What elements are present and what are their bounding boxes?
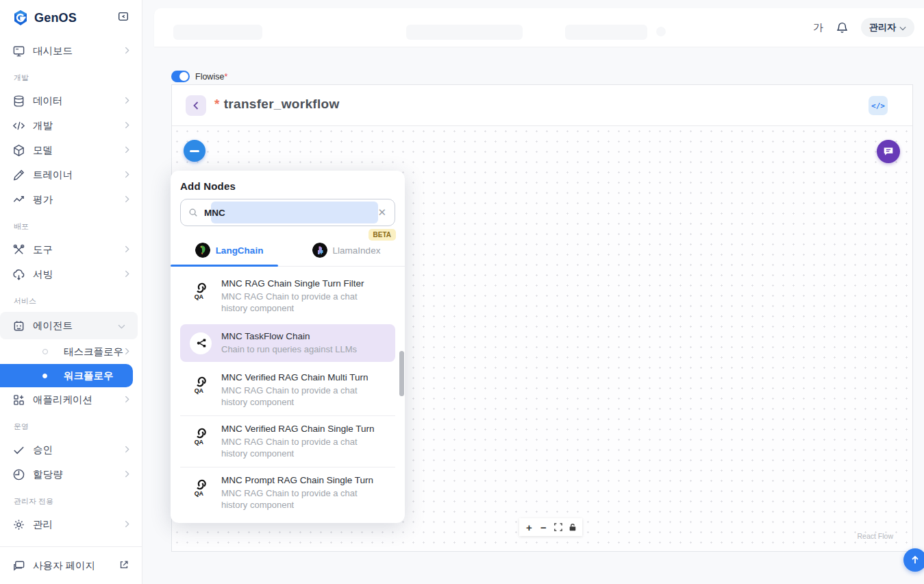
sidebar-item-admin[interactable]: 관리: [0, 512, 142, 537]
node-title: MNC RAG Chain Single Turn Filter: [221, 278, 380, 289]
toggle-knob: [179, 72, 188, 81]
section-label-admin-only: 관리자 전용: [0, 487, 142, 512]
flowise-label: Flowise*: [195, 72, 227, 82]
sidebar-nav: 대시보드 개발 데이터 개발 모델 트레이너: [0, 36, 142, 537]
lock-button[interactable]: [566, 520, 579, 534]
node-list: QA MNC RAG Chain Single Turn Filter MNC …: [171, 267, 405, 518]
node-list-item[interactable]: QA MNC Verified RAG Chain Multi Turn MNC…: [180, 365, 395, 415]
sidebar-item-agent[interactable]: 에이전트: [0, 312, 138, 339]
quota-pie-icon: [12, 468, 25, 481]
top-header: 가 관리자: [154, 8, 924, 47]
qa-chain-icon: QA: [190, 374, 212, 396]
gear-icon: [12, 518, 25, 531]
external-link-icon: [118, 559, 129, 572]
sidebar-item-model[interactable]: 모델: [0, 138, 142, 162]
node-description: MNC RAG Chain to provide a chat history …: [221, 385, 380, 408]
sidebar-item-label: 태스크플로우: [64, 345, 125, 358]
sidebar-item-label: 사용자 페이지: [33, 559, 118, 572]
code-icon: [12, 119, 25, 132]
add-nodes-popup: Add Nodes MNC ✕ LangChain LlamaIndex: [171, 171, 405, 523]
tab-label: LangChain: [216, 245, 264, 256]
monitor-icon: [12, 45, 25, 58]
taskflow-icon: [190, 332, 212, 354]
collapse-nodes-button[interactable]: [184, 140, 205, 162]
svg-text:QA: QA: [195, 490, 204, 497]
sidebar-item-approval[interactable]: 승인: [0, 437, 142, 462]
section-label-dev: 개발: [0, 63, 142, 88]
sidebar-item-dashboard[interactable]: 대시보드: [0, 38, 142, 63]
bullet-icon: [42, 349, 48, 354]
langchain-icon: [195, 243, 210, 258]
node-description: MNC RAG Chain to provide a chat history …: [221, 436, 380, 459]
svg-text:QA: QA: [195, 293, 204, 300]
sidebar-item-evaluation[interactable]: 평가: [0, 187, 142, 212]
chat-bubble-icon: [12, 559, 25, 572]
sidebar: GenOS 대시보드 개발 데이터 개발: [0, 0, 142, 584]
notification-bell-icon[interactable]: [836, 21, 849, 34]
unsaved-asterisk: *: [214, 97, 220, 111]
node-list-item[interactable]: QA MNC RAG Chain Single Turn Filter MNC …: [180, 271, 395, 321]
sidebar-item-tools[interactable]: 도구: [0, 237, 142, 262]
section-label-deploy: 배포: [0, 212, 142, 237]
node-search-field[interactable]: MNC ✕: [180, 199, 395, 226]
section-label-service: 서비스: [0, 287, 142, 312]
chevron-right-icon: [125, 45, 129, 56]
zoom-out-button[interactable]: −: [537, 520, 551, 534]
node-title: MNC TaskFlow Chain: [221, 331, 357, 341]
node-list-item[interactable]: QA MNC Prompt RAG Chain Single Turn MNC …: [180, 467, 395, 518]
clear-search-icon[interactable]: ✕: [377, 206, 386, 219]
node-title: MNC Prompt RAG Chain Single Turn: [221, 475, 380, 485]
fit-view-button[interactable]: [551, 520, 565, 534]
framework-tabs: LangChain LlamaIndex BETA: [171, 234, 405, 267]
reactflow-controls: + −: [519, 518, 582, 536]
node-description: MNC RAG Chain to provide a chat history …: [221, 487, 380, 511]
sidebar-item-label: 관리: [33, 518, 125, 531]
node-list-item[interactable]: QA MNC Verified RAG Chain Single Turn MN…: [180, 415, 395, 467]
zoom-in-button[interactable]: +: [523, 520, 536, 534]
chevron-right-icon: [125, 444, 129, 455]
qa-chain-icon: QA: [190, 476, 212, 498]
popup-scrollbar[interactable]: [399, 351, 404, 396]
node-title: MNC Verified RAG Chain Multi Turn: [221, 372, 380, 382]
search-input-value[interactable]: MNC: [204, 208, 225, 218]
skeleton-placeholder: [173, 25, 262, 40]
svg-text:QA: QA: [195, 439, 204, 446]
scroll-to-top-button[interactable]: [903, 548, 924, 572]
chevron-right-icon: [125, 244, 129, 255]
sidebar-item-develop[interactable]: 개발: [0, 113, 142, 138]
chevron-right-icon: [125, 145, 129, 156]
node-title: MNC Verified RAG Chain Single Turn: [221, 424, 380, 434]
flowise-toggle[interactable]: [171, 71, 190, 82]
sidebar-item-quota[interactable]: 할당량: [0, 462, 142, 487]
sidebar-item-workflow[interactable]: 워크플로우: [0, 364, 133, 387]
robot-icon: [12, 319, 25, 332]
back-button[interactable]: [186, 95, 206, 116]
chevron-right-icon: [125, 394, 129, 405]
sidebar-item-application[interactable]: 애플리케이션: [0, 387, 142, 412]
skeleton-placeholder: [406, 25, 523, 40]
sidebar-collapse-icon[interactable]: [117, 10, 129, 25]
bullet-icon: [42, 374, 47, 378]
sidebar-item-label: 에이전트: [33, 319, 118, 332]
search-icon: [188, 208, 198, 217]
sidebar-item-label: 대시보드: [33, 45, 125, 58]
tools-icon: [12, 243, 25, 256]
topbar-actions: 가 관리자: [813, 8, 914, 47]
sidebar-item-user-page[interactable]: 사용자 페이지: [0, 546, 142, 584]
sidebar-item-serving[interactable]: 서빙: [0, 262, 142, 287]
node-list-item-highlighted[interactable]: MNC TaskFlow Chain Chain to run queries …: [180, 324, 395, 362]
sidebar-item-trainer[interactable]: 트레이너: [0, 162, 142, 187]
section-label-operations: 운영: [0, 412, 142, 437]
tab-langchain[interactable]: LangChain: [171, 234, 288, 266]
sidebar-item-taskflow[interactable]: 태스크플로우: [0, 339, 142, 364]
font-size-button[interactable]: 가: [813, 21, 823, 34]
chat-button[interactable]: [877, 140, 900, 163]
node-description: Chain to run queries against LLMs: [221, 343, 357, 355]
view-code-button[interactable]: </>: [869, 96, 888, 115]
sidebar-item-data[interactable]: 데이터: [0, 88, 142, 113]
profile-menu[interactable]: 관리자: [861, 18, 914, 37]
database-icon: [12, 95, 25, 108]
grid-plus-icon: [12, 393, 25, 406]
skeleton-placeholder: [656, 27, 666, 36]
reactflow-attribution: React Flow: [857, 532, 893, 540]
